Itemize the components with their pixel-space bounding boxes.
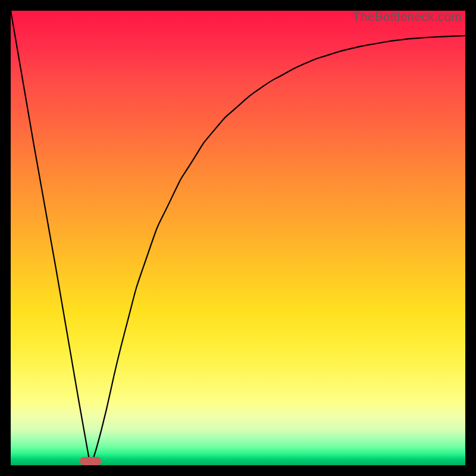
chart-frame: TheBottleneck.com	[0, 0, 476, 476]
bottleneck-curve-svg	[11, 11, 465, 465]
minimum-marker-icon	[80, 457, 101, 465]
bottleneck-curve-path	[11, 11, 465, 465]
watermark-text: TheBottleneck.com	[353, 10, 462, 24]
plot-area: TheBottleneck.com	[11, 11, 465, 465]
